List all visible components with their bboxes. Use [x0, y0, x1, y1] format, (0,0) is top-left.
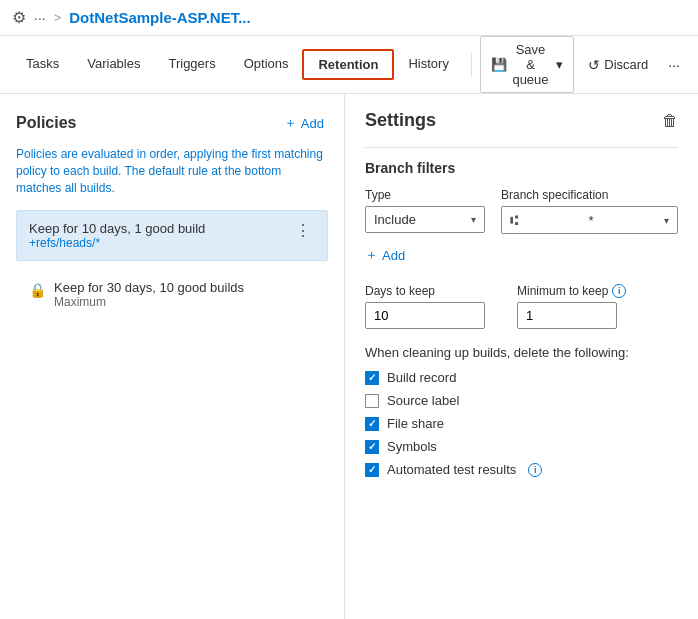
- checkbox-item-file-share: File share: [365, 416, 678, 431]
- add-policy-button[interactable]: ＋ + Add Add: [280, 110, 328, 136]
- branch-spec-label: Branch specification: [501, 188, 678, 202]
- checkbox-symbols[interactable]: [365, 440, 379, 454]
- min-keep-label-row: Minimum to keep i: [517, 284, 626, 298]
- section-divider: [365, 147, 678, 148]
- nav-divider: [471, 53, 472, 77]
- app-icon: ⚙: [12, 8, 26, 27]
- checkbox-label-automated-test: Automated test results: [387, 462, 516, 477]
- days-row: Days to keep Minimum to keep i: [365, 284, 678, 329]
- branch-filters-row: Type Include ▾ Branch specification ⑆ * …: [365, 188, 678, 234]
- type-select[interactable]: Include ▾: [365, 206, 485, 233]
- tab-options[interactable]: Options: [230, 46, 303, 83]
- right-header: Settings 🗑: [365, 110, 678, 131]
- branch-icon: ⑆: [510, 212, 518, 228]
- add-icon: ＋: [284, 114, 297, 132]
- checkbox-label-source-label: Source label: [387, 393, 459, 408]
- save-dropdown-icon[interactable]: ▾: [556, 57, 563, 72]
- save-queue-button[interactable]: 💾 Save & queue ▾: [480, 36, 575, 93]
- project-title: DotNetSample-ASP.NET...: [69, 9, 250, 26]
- policy-kebab-menu[interactable]: ⋮: [291, 221, 315, 240]
- checkbox-label-file-share: File share: [387, 416, 444, 431]
- lock-icon: 🔒: [29, 282, 46, 298]
- policy-name: Keep for 10 days, 1 good build: [29, 221, 291, 236]
- branch-spec-select[interactable]: ⑆ * ▾: [501, 206, 678, 234]
- min-keep-info-icon[interactable]: i: [612, 284, 626, 298]
- save-icon: 💾: [491, 57, 507, 72]
- tab-retention[interactable]: Retention: [302, 49, 394, 80]
- type-group: Type Include ▾: [365, 188, 485, 234]
- checkbox-source-label[interactable]: [365, 394, 379, 408]
- days-keep-label: Days to keep: [365, 284, 485, 298]
- policy-max-name: Keep for 30 days, 10 good builds: [54, 280, 315, 295]
- type-arrow-icon: ▾: [471, 214, 476, 225]
- min-keep-input[interactable]: [517, 302, 617, 329]
- checkbox-item-automated-test: Automated test results i: [365, 462, 678, 477]
- more-actions-button[interactable]: ···: [662, 52, 686, 78]
- branch-arrow-icon: ▾: [664, 215, 669, 226]
- checkbox-automated-test[interactable]: [365, 463, 379, 477]
- settings-title: Settings: [365, 110, 436, 131]
- left-panel: Policies ＋ + Add Add Policies are evalua…: [0, 94, 345, 619]
- checkbox-file-share[interactable]: [365, 417, 379, 431]
- policy-sub: +refs/heads/*: [29, 236, 291, 250]
- checkbox-item-source-label: Source label: [365, 393, 678, 408]
- add-filter-button[interactable]: ＋ + Add Add: [365, 242, 405, 268]
- min-keep-label: Minimum to keep: [517, 284, 608, 298]
- breadcrumb-separator: >: [54, 10, 62, 25]
- tab-tasks[interactable]: Tasks: [12, 46, 73, 83]
- policy-max-info: Keep for 30 days, 10 good builds Maximum: [54, 280, 315, 309]
- automated-test-info-icon[interactable]: i: [528, 463, 542, 477]
- checkbox-item-build-record: Build record: [365, 370, 678, 385]
- branch-filters-title: Branch filters: [365, 160, 678, 176]
- policy-item-max[interactable]: 🔒 Keep for 30 days, 10 good builds Maxim…: [16, 269, 328, 320]
- delete-section: When cleaning up builds, delete the foll…: [365, 345, 678, 477]
- type-value: Include: [374, 212, 416, 227]
- policy-item-selected[interactable]: Keep for 10 days, 1 good build +refs/hea…: [16, 210, 328, 261]
- checkbox-label-symbols: Symbols: [387, 439, 437, 454]
- branch-value: *: [588, 213, 593, 228]
- policy-description: Policies are evaluated in order, applyin…: [16, 146, 328, 196]
- header: ⚙ ··· > DotNetSample-ASP.NET...: [0, 0, 698, 36]
- add-filter-icon: ＋: [365, 246, 378, 264]
- breadcrumb-dots[interactable]: ···: [34, 10, 46, 26]
- type-label: Type: [365, 188, 485, 202]
- panel-title: Policies: [16, 114, 76, 132]
- delete-settings-icon[interactable]: 🗑: [662, 112, 678, 130]
- nav-actions: 💾 Save & queue ▾ ↺ Discard ···: [480, 36, 686, 93]
- discard-icon: ↺: [588, 57, 600, 73]
- tab-history[interactable]: History: [394, 46, 462, 83]
- nav-bar: Tasks Variables Triggers Options Retenti…: [0, 36, 698, 94]
- tab-variables[interactable]: Variables: [73, 46, 154, 83]
- right-panel: Settings 🗑 Branch filters Type Include ▾…: [345, 94, 698, 619]
- policy-max-sub: Maximum: [54, 295, 315, 309]
- policy-info: Keep for 10 days, 1 good build +refs/hea…: [29, 221, 291, 250]
- checkbox-item-symbols: Symbols: [365, 439, 678, 454]
- min-keep-group: Minimum to keep i: [517, 284, 626, 329]
- days-keep-input[interactable]: [365, 302, 485, 329]
- days-keep-group: Days to keep: [365, 284, 485, 329]
- discard-button[interactable]: ↺ Discard: [578, 52, 658, 78]
- tab-triggers[interactable]: Triggers: [154, 46, 229, 83]
- delete-label: When cleaning up builds, delete the foll…: [365, 345, 678, 360]
- panel-header: Policies ＋ + Add Add: [16, 110, 328, 136]
- branch-spec-group: Branch specification ⑆ * ▾: [501, 188, 678, 234]
- checkbox-label-build-record: Build record: [387, 370, 456, 385]
- checkbox-build-record[interactable]: [365, 371, 379, 385]
- main-layout: Policies ＋ + Add Add Policies are evalua…: [0, 94, 698, 619]
